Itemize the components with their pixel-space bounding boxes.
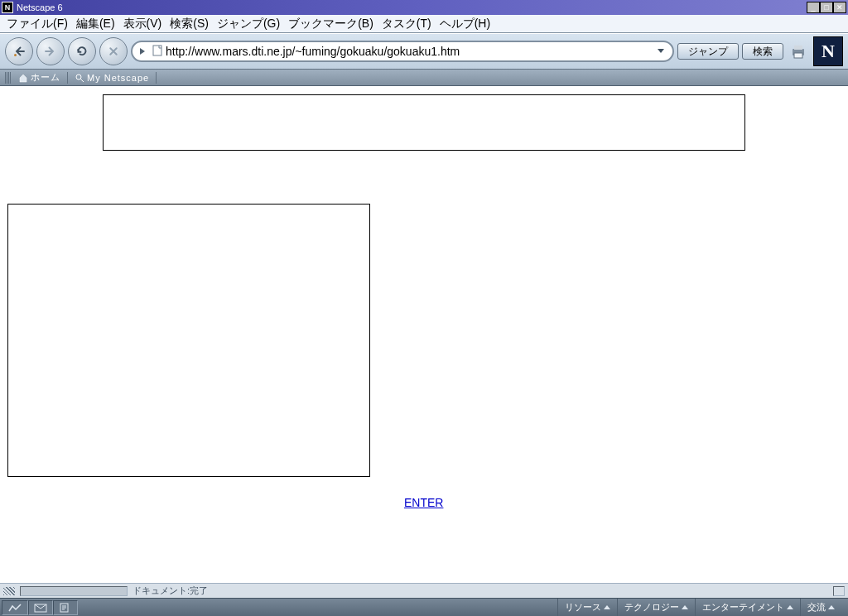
menu-tasks[interactable]: タスク(T) [378, 15, 435, 33]
security-indicator[interactable] [833, 586, 845, 596]
page-icon [152, 45, 162, 59]
mynetscape-label: My Netscape [87, 73, 149, 83]
bookmark-separator [156, 72, 157, 84]
home-icon [18, 73, 28, 83]
back-button[interactable] [5, 37, 33, 65]
menu-search[interactable]: 検索(S) [166, 15, 212, 33]
url-bar [131, 41, 674, 62]
menu-edit[interactable]: 編集(E) [73, 15, 118, 33]
minimize-button[interactable]: _ [807, 2, 820, 13]
forward-arrow-icon [43, 44, 58, 59]
search-icon [75, 73, 84, 83]
enter-link[interactable]: ENTER [404, 496, 443, 509]
window-titlebar: N Netscape 6 _ □ ✕ [0, 0, 848, 15]
status-grip-icon[interactable] [3, 587, 15, 595]
go-arrow-icon[interactable] [137, 46, 149, 57]
svg-point-5 [76, 75, 81, 79]
menu-view[interactable]: 表示(V) [120, 15, 166, 33]
progress-bar [20, 586, 128, 596]
menu-file[interactable]: ファイル(F) [3, 15, 71, 33]
reload-button[interactable] [68, 37, 96, 65]
forward-button[interactable] [36, 37, 65, 65]
composer-tab[interactable] [53, 600, 78, 615]
taskbar-link-label: テクノロジー [624, 601, 679, 614]
back-arrow-icon [12, 44, 26, 59]
svg-rect-4 [794, 53, 802, 58]
taskbar-link-entertainment[interactable]: エンターテイメント [695, 599, 800, 617]
menu-bookmarks[interactable]: ブックマーク(B) [285, 15, 377, 33]
content-frame-top [103, 94, 745, 151]
personal-toolbar: ホーム My Netscape [0, 70, 848, 86]
search-button[interactable]: 検索 [742, 43, 783, 60]
app-icon: N [2, 2, 13, 13]
chevron-up-icon [682, 605, 688, 609]
status-text: ドキュメント:完了 [132, 585, 208, 597]
taskbar-link-label: リソース [565, 601, 601, 614]
svg-point-0 [14, 54, 17, 56]
chevron-up-icon [787, 605, 793, 609]
svg-rect-3 [794, 46, 802, 50]
print-button[interactable] [787, 40, 810, 63]
window-title: Netscape 6 [17, 2, 807, 12]
maximize-button[interactable]: □ [820, 2, 833, 13]
navigation-toolbar: ジャンプ 検索 N [0, 33, 848, 70]
chevron-up-icon [828, 605, 835, 609]
home-bookmark[interactable]: ホーム [18, 71, 60, 84]
taskbar-link-community[interactable]: 交流 [800, 599, 841, 617]
taskbar-link-technology[interactable]: テクノロジー [617, 599, 695, 617]
url-input[interactable] [166, 45, 653, 58]
mynetscape-bookmark[interactable]: My Netscape [75, 73, 149, 83]
page-content: ENTER [0, 86, 848, 583]
stop-icon [106, 44, 121, 59]
taskbar-link-resource[interactable]: リソース [557, 599, 617, 617]
content-frame-left [7, 204, 370, 477]
chevron-up-icon [604, 605, 610, 609]
composer-icon [59, 603, 72, 613]
menu-go[interactable]: ジャンプ(G) [214, 15, 283, 33]
taskbar-link-label: エンターテイメント [702, 601, 784, 614]
mail-icon [34, 603, 47, 613]
netscape-logo[interactable]: N [813, 36, 843, 66]
menu-bar: ファイル(F) 編集(E) 表示(V) 検索(S) ジャンプ(G) ブックマーク… [0, 15, 848, 33]
bookmark-separator [67, 72, 68, 84]
print-icon [788, 41, 808, 61]
status-bar: ドキュメント:完了 [0, 583, 848, 598]
home-label: ホーム [31, 71, 60, 84]
url-dropdown-button[interactable] [656, 46, 667, 58]
component-bar: リソース テクノロジー エンターテイメント 交流 [0, 598, 848, 616]
taskbar-link-label: 交流 [807, 601, 826, 614]
navigator-icon [7, 603, 22, 613]
navigator-tab[interactable] [2, 600, 28, 615]
mail-tab[interactable] [28, 600, 53, 615]
close-button[interactable]: ✕ [833, 2, 846, 13]
menu-help[interactable]: ヘルプ(H) [436, 15, 494, 33]
toolbar-grip[interactable] [5, 72, 12, 84]
reload-icon [75, 44, 89, 59]
svg-rect-1 [153, 46, 161, 55]
jump-button[interactable]: ジャンプ [677, 43, 739, 60]
stop-button[interactable] [99, 37, 128, 65]
